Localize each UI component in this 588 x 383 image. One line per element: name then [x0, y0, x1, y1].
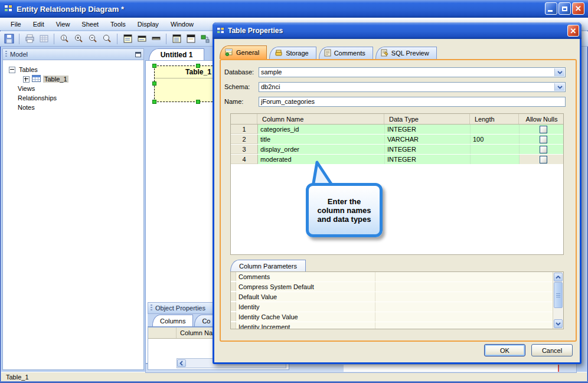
tab-comments[interactable]: Comments	[319, 47, 373, 59]
tab-untitled-1[interactable]: Untitled 1	[149, 48, 204, 61]
table-editor-icon[interactable]	[184, 32, 197, 45]
tree-label-relationships[interactable]: Relationships	[17, 94, 58, 102]
cell-length[interactable]	[471, 125, 520, 134]
row-number[interactable]: 2	[231, 135, 258, 144]
cell-length[interactable]	[471, 155, 520, 164]
expand-icon[interactable]	[23, 76, 30, 83]
cell-column-name[interactable]: display_order	[258, 145, 385, 154]
zoom-icon[interactable]	[100, 32, 113, 45]
collapse-icon[interactable]	[9, 67, 15, 73]
tree-item-notes[interactable]: Notes	[3, 103, 143, 112]
close-button[interactable]: ✕	[572, 2, 584, 15]
zoom-actual-icon[interactable]: 1	[58, 32, 71, 45]
tab-column-parameters[interactable]: Column Parameters	[230, 260, 306, 272]
tree-label-tables[interactable]: Tables	[18, 66, 39, 73]
parameter-row[interactable]: Identity	[231, 302, 563, 312]
selection-handle[interactable]	[152, 81, 156, 86]
tree-item-relationships[interactable]: Relationships	[3, 93, 143, 103]
scrollbar-thumb[interactable]	[554, 282, 563, 308]
cell-column-name[interactable]: title	[258, 135, 385, 144]
cell-data-type[interactable]: INTEGER	[385, 125, 471, 134]
cell-allow-nulls[interactable]	[520, 145, 564, 154]
ok-button[interactable]: OK	[484, 344, 525, 356]
grid-icon[interactable]	[37, 32, 50, 45]
cell-data-type[interactable]: VARCHAR	[385, 135, 471, 144]
allow-nulls-checkbox[interactable]	[540, 156, 547, 163]
float-panel-icon[interactable]	[135, 52, 141, 57]
tree-label-views[interactable]: Views	[17, 85, 36, 92]
row-number[interactable]: 4	[231, 155, 258, 164]
cell-length[interactable]	[471, 145, 520, 154]
selection-handle[interactable]	[152, 100, 156, 104]
chevron-down-icon[interactable]	[554, 83, 564, 91]
cell-allow-nulls[interactable]	[520, 125, 564, 134]
cell-column-name[interactable]: categories_id	[258, 125, 385, 134]
allow-nulls-checkbox[interactable]	[540, 146, 547, 153]
tree-item-tables[interactable]: Tables	[3, 65, 143, 74]
cell-length[interactable]: 100	[471, 135, 520, 144]
tab-columns[interactable]: Columns	[152, 315, 193, 326]
schema-select[interactable]: db2nci	[259, 82, 566, 92]
grid-row-1[interactable]: 1 categories_id INTEGER	[231, 125, 563, 135]
parameter-row[interactable]: Compress System Default	[231, 282, 563, 292]
parameter-name[interactable]: Identity	[236, 302, 375, 312]
table-name-view-icon[interactable]	[149, 32, 162, 45]
row-number[interactable]: 1	[231, 125, 258, 134]
database-select[interactable]: sample	[259, 67, 566, 77]
cell-allow-nulls[interactable]	[520, 135, 564, 144]
cell-data-type[interactable]: INTEGER	[385, 145, 471, 154]
chevron-down-icon[interactable]	[554, 68, 564, 76]
menu-sheet[interactable]: Sheet	[76, 19, 104, 30]
menu-tools[interactable]: Tools	[104, 19, 132, 30]
tab-sql-preview[interactable]: SQL Preview	[375, 47, 437, 59]
menu-view[interactable]: View	[50, 19, 76, 30]
model-panel-header[interactable]: Model	[2, 48, 144, 60]
parameter-name[interactable]: Comments	[236, 272, 375, 281]
parameter-row[interactable]: Identity Increment	[231, 322, 563, 329]
parameter-name[interactable]: Identity Cache Value	[236, 312, 375, 322]
new-table-icon[interactable]	[170, 32, 183, 45]
selection-handle[interactable]	[196, 64, 200, 68]
table-full-view-icon[interactable]	[121, 32, 134, 45]
allow-nulls-checkbox[interactable]	[540, 126, 547, 133]
maximize-button[interactable]	[558, 2, 571, 15]
table-keys-view-icon[interactable]	[135, 32, 148, 45]
tree-label-notes[interactable]: Notes	[17, 104, 36, 111]
parameter-value[interactable]	[375, 282, 563, 292]
grid-row-2[interactable]: 2 title VARCHAR 100	[231, 135, 563, 145]
save-icon[interactable]	[2, 32, 15, 45]
parameter-name[interactable]: Default Value	[236, 292, 375, 302]
zoom-out-icon[interactable]	[86, 32, 99, 45]
menu-edit[interactable]: Edit	[27, 19, 50, 30]
tree-label-table-1[interactable]: Table_1	[43, 76, 68, 83]
tree-item-table-1[interactable]: Table_1	[3, 74, 143, 84]
grid-row-4[interactable]: 4 moderated INTEGER	[231, 155, 563, 165]
cancel-button[interactable]: Cancel	[531, 344, 573, 356]
row-number[interactable]: 3	[231, 145, 258, 154]
print-icon[interactable]	[23, 32, 36, 45]
menu-window[interactable]: Window	[165, 19, 200, 30]
selection-handle[interactable]	[152, 64, 156, 68]
parameter-value[interactable]	[375, 312, 563, 322]
parameter-row[interactable]: Default Value	[231, 292, 563, 302]
minimize-button[interactable]	[545, 2, 557, 15]
tab-general[interactable]: General	[220, 45, 267, 59]
zoom-in-icon[interactable]	[72, 32, 85, 45]
parameter-value[interactable]	[375, 302, 563, 312]
cell-data-type[interactable]: INTEGER	[385, 155, 471, 164]
parameter-row[interactable]: Identity Cache Value	[231, 312, 563, 322]
vertical-scrollbar[interactable]	[553, 272, 563, 329]
tab-storage[interactable]: Storage	[269, 47, 316, 59]
scroll-left-button[interactable]	[177, 359, 186, 367]
auto-layout-icon[interactable]	[198, 32, 211, 45]
parameter-name[interactable]: Compress System Default	[236, 282, 375, 292]
selection-handle[interactable]	[196, 100, 200, 104]
parameter-value[interactable]	[375, 322, 563, 329]
cell-allow-nulls[interactable]	[520, 155, 564, 164]
menu-display[interactable]: Display	[132, 19, 165, 30]
parameter-value[interactable]	[375, 292, 563, 302]
scroll-up-button[interactable]	[554, 273, 563, 281]
drag-grip-icon[interactable]	[151, 305, 152, 312]
drag-grip-icon[interactable]	[5, 51, 7, 58]
dialog-close-button[interactable]: ✕	[567, 25, 579, 37]
